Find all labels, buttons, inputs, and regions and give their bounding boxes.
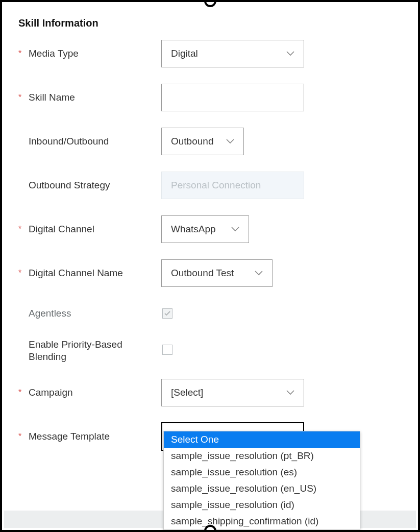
skill-name-input[interactable]: [161, 84, 304, 111]
label-digital-channel-name: * Digital Channel Name: [18, 267, 161, 279]
dropdown-option[interactable]: sample_issue_resolution (es): [164, 464, 360, 480]
media-type-value: Digital: [171, 48, 198, 59]
dropdown-option[interactable]: sample_issue_resolution (pt_BR): [164, 448, 360, 464]
dropdown-option[interactable]: sample_shipping_confirmation (id): [164, 513, 360, 529]
required-mark: *: [18, 388, 24, 397]
direction-select[interactable]: Outbound: [161, 128, 244, 155]
required-mark: *: [18, 49, 24, 58]
direction-value: Outbound: [171, 136, 213, 147]
chevron-down-icon: [231, 227, 239, 232]
chevron-down-icon: [286, 51, 294, 56]
label-message-template: * Message Template: [18, 430, 161, 443]
form-panel: Skill Information * Media Type Digital *…: [0, 0, 420, 532]
field-priority-blending: Enable Priority-Based Blending: [18, 338, 408, 363]
field-outbound-strategy: Outbound Strategy Personal Connection: [18, 171, 408, 200]
required-mark: *: [18, 269, 24, 278]
label-agentless: Agentless: [18, 307, 161, 320]
priority-blending-checkbox[interactable]: [162, 345, 172, 355]
label-priority-blending: Enable Priority-Based Blending: [18, 338, 161, 363]
field-agentless: Agentless: [18, 303, 408, 324]
label-campaign: * Campaign: [18, 386, 161, 399]
dropdown-option[interactable]: sample_issue_resolution (en_US): [164, 480, 360, 497]
page-connector-top: [204, 0, 216, 7]
section-title: Skill Information: [18, 17, 408, 29]
required-mark: *: [18, 432, 24, 441]
field-media-type: * Media Type Digital: [18, 39, 408, 68]
digital-channel-name-value: Outbound Test: [171, 268, 234, 279]
required-mark: *: [18, 225, 24, 234]
required-mark: *: [18, 93, 24, 102]
digital-channel-name-select[interactable]: Outbound Test: [161, 259, 273, 287]
digital-channel-value: WhatsApp: [171, 224, 216, 235]
dropdown-option[interactable]: Select One: [164, 431, 360, 448]
media-type-select[interactable]: Digital: [161, 40, 304, 67]
chevron-down-icon: [255, 271, 263, 276]
label-outbound-strategy: Outbound Strategy: [18, 179, 161, 191]
chevron-down-icon: [226, 139, 234, 144]
message-template-dropdown[interactable]: Select One sample_issue_resolution (pt_B…: [163, 431, 360, 530]
field-skill-name: * Skill Name: [18, 83, 408, 112]
campaign-select[interactable]: [Select]: [161, 379, 304, 406]
field-campaign: * Campaign [Select]: [18, 378, 408, 407]
outbound-strategy-value: Personal Connection: [171, 180, 261, 191]
label-skill-name: * Skill Name: [18, 91, 161, 104]
field-digital-channel: * Digital Channel WhatsApp: [18, 215, 408, 244]
check-icon: [164, 311, 170, 316]
field-direction: Inbound/Outbound Outbound: [18, 127, 408, 156]
label-digital-channel: * Digital Channel: [18, 223, 161, 235]
chevron-down-icon: [286, 390, 294, 395]
digital-channel-select[interactable]: WhatsApp: [161, 215, 249, 243]
field-digital-channel-name: * Digital Channel Name Outbound Test: [18, 259, 408, 287]
label-media-type: * Media Type: [18, 47, 161, 60]
label-direction: Inbound/Outbound: [18, 135, 161, 148]
dropdown-option[interactable]: sample_issue_resolution (id): [164, 497, 360, 513]
outbound-strategy-select: Personal Connection: [161, 172, 304, 199]
campaign-value: [Select]: [171, 387, 203, 398]
agentless-checkbox: [162, 308, 172, 319]
